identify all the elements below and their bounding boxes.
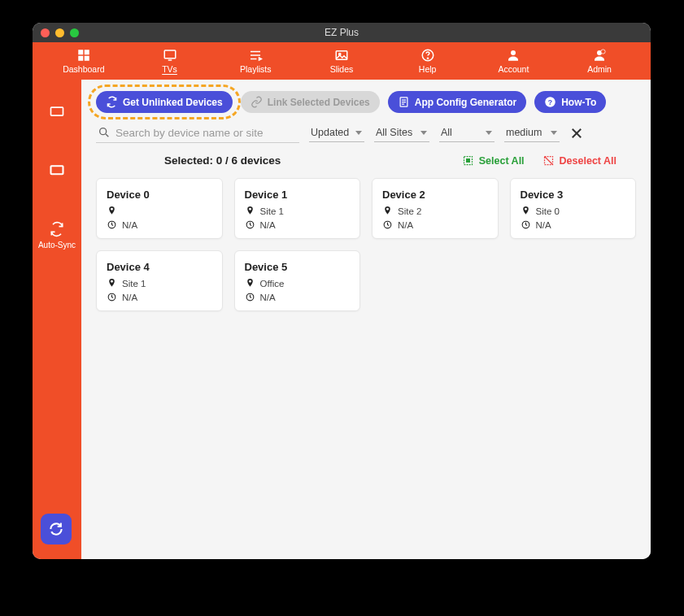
sort-dropdown[interactable]: Updated (309, 124, 364, 142)
sidebar-item-screen1[interactable] (49, 104, 65, 124)
location-icon (107, 206, 117, 216)
select-all-button[interactable]: Select All (462, 154, 525, 167)
svg-point-13 (427, 58, 428, 59)
device-status: N/A (122, 220, 137, 230)
nav-label: Admin (587, 64, 612, 74)
device-name: Device 1 (245, 189, 351, 201)
nav-dashboard[interactable]: Dashboard (47, 48, 120, 74)
action-toolbar: Get Unlinked Devices Link Selected Devic… (96, 91, 636, 113)
svg-marker-30 (551, 131, 557, 135)
device-status-row: N/A (382, 219, 488, 230)
status-icon (521, 219, 531, 230)
size-dropdown[interactable]: medium (504, 124, 560, 142)
nav-slides[interactable]: Slides (305, 48, 378, 74)
nav-playlists[interactable]: Playlists (219, 48, 292, 74)
button-label: Link Selected Devices (268, 97, 370, 108)
device-name: Device 5 (245, 261, 351, 273)
svg-rect-0 (78, 50, 83, 54)
location-icon (521, 206, 531, 216)
status-icon (245, 219, 255, 230)
device-site-row: Office (245, 278, 351, 288)
svg-marker-29 (486, 131, 492, 135)
clear-filters-icon[interactable] (569, 126, 584, 141)
refresh-icon (48, 521, 64, 537)
app-config-generator-button[interactable]: App Config Generator (388, 91, 526, 113)
device-status: N/A (536, 220, 551, 230)
minimize-window-button[interactable] (55, 28, 64, 37)
location-icon (245, 206, 255, 216)
status-icon (107, 292, 117, 302)
search-input[interactable] (115, 127, 298, 139)
svg-rect-17 (51, 107, 63, 115)
refresh-fab[interactable] (41, 514, 72, 544)
device-card[interactable]: Device 4 Site 1 N/A (96, 250, 223, 311)
chevron-down-icon (550, 128, 558, 137)
nav-label: Dashboard (63, 64, 104, 74)
nav-account[interactable]: Account (477, 48, 550, 74)
sidebar-item-screen2[interactable] (49, 163, 65, 182)
deselect-all-button[interactable]: Deselect All (542, 154, 616, 167)
device-card[interactable]: Device 5 Office N/A (234, 250, 361, 311)
sidebar-item-autosync[interactable]: Auto-Sync (38, 221, 76, 249)
button-label: Deselect All (560, 155, 616, 167)
selection-count: Selected: 0 / 6 devices (99, 154, 462, 167)
svg-point-25 (100, 128, 107, 135)
device-grid: Device 0 N/A Device 1 Site 1 N/A Device … (96, 178, 636, 311)
account-icon (506, 48, 521, 63)
search-icon (98, 126, 111, 139)
device-status: N/A (398, 220, 413, 230)
doc-icon (398, 96, 410, 108)
nav-tvs[interactable]: TVs (133, 48, 207, 74)
device-status-row: N/A (245, 219, 351, 230)
device-status-row: N/A (521, 219, 626, 230)
nav-label: TVs (162, 64, 177, 74)
select-all-icon (462, 154, 474, 167)
svg-marker-27 (355, 131, 362, 135)
device-status: N/A (122, 293, 137, 302)
how-to-button[interactable]: ? How-To (534, 91, 606, 113)
svg-rect-2 (78, 56, 83, 61)
device-site-row: Site 0 (521, 206, 626, 216)
main-content: Get Unlinked Devices Link Selected Devic… (81, 80, 651, 559)
get-unlinked-devices-button[interactable]: Get Unlinked Devices (96, 91, 233, 113)
svg-rect-34 (466, 159, 469, 163)
nav-label: Playlists (240, 64, 272, 74)
svg-marker-9 (259, 58, 262, 60)
deselect-all-icon (542, 154, 555, 167)
sync-icon (106, 96, 118, 108)
dropdown-value: All (441, 127, 452, 138)
svg-rect-1 (85, 50, 89, 54)
svg-marker-28 (420, 131, 427, 135)
svg-line-26 (106, 134, 108, 137)
device-site: Site 1 (260, 206, 284, 216)
site-dropdown[interactable]: All Sites (374, 124, 429, 142)
selection-row: Selected: 0 / 6 devices Select All Desel… (96, 154, 636, 167)
maximize-window-button[interactable] (70, 28, 79, 37)
nav-help[interactable]: Help (391, 48, 464, 74)
monitor-bold-icon (49, 163, 65, 179)
device-card[interactable]: Device 2 Site 2 N/A (372, 178, 499, 239)
button-label: How-To (561, 97, 596, 108)
close-window-button[interactable] (41, 28, 50, 37)
device-status-row: N/A (107, 292, 212, 302)
titlebar: EZ Plus (33, 23, 651, 42)
button-label: Select All (479, 155, 525, 167)
device-status: N/A (260, 220, 276, 230)
sidebar-label: Auto-Sync (38, 241, 76, 249)
status-dropdown[interactable]: All (439, 124, 494, 142)
device-name: Device 4 (107, 261, 212, 273)
device-name: Device 3 (521, 189, 626, 201)
svg-point-16 (601, 50, 605, 54)
device-site: Office (260, 279, 285, 288)
device-card[interactable]: Device 3 Site 0 N/A (510, 178, 637, 239)
nav-admin[interactable]: Admin (563, 48, 636, 74)
admin-icon (592, 48, 607, 63)
device-card[interactable]: Device 0 N/A (96, 178, 223, 239)
device-card[interactable]: Device 1 Site 1 N/A (234, 178, 361, 239)
search-input-wrap[interactable] (96, 123, 299, 143)
location-icon (245, 278, 255, 288)
svg-rect-10 (336, 51, 347, 60)
device-site-row (107, 206, 212, 216)
device-status: N/A (260, 293, 276, 302)
device-name: Device 0 (107, 189, 212, 201)
